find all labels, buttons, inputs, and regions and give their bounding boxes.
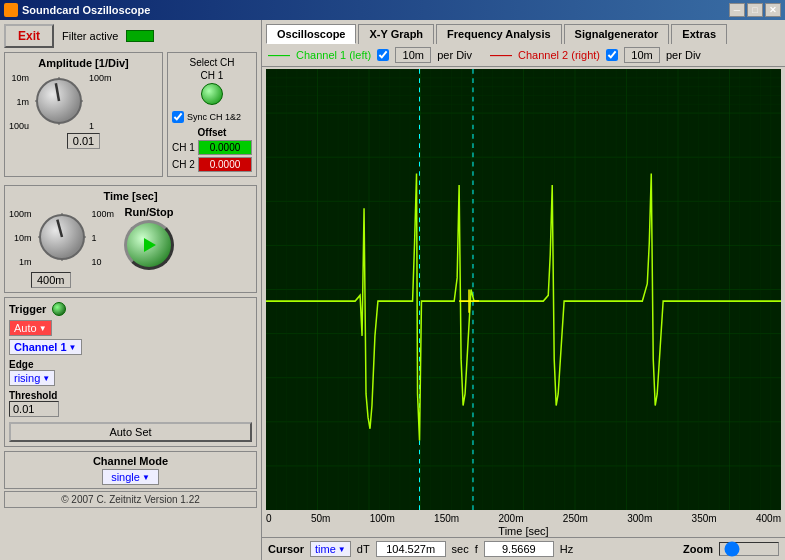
- zoom-slider[interactable]: [719, 542, 779, 556]
- tick-200m: 200m: [498, 513, 523, 524]
- time-scale-right: 100m 1 10: [92, 209, 115, 267]
- edge-arrow: ▼: [42, 374, 50, 383]
- dt-value-display: 104.527m: [376, 541, 446, 557]
- time-right-10: 10: [92, 257, 115, 267]
- time-axis-ticks: 0 50m 100m 150m 200m 250m 300m 350m 400m: [262, 512, 785, 525]
- ch2-offset-label: CH 2: [172, 159, 196, 170]
- ch2-color-bar: ——: [490, 49, 512, 61]
- svg-marker-12: [144, 238, 156, 252]
- trigger-mode-row: Auto ▼: [9, 320, 252, 336]
- filter-label: Filter active: [62, 30, 118, 42]
- ch1-color-bar: ——: [268, 49, 290, 61]
- time-panel: Time [sec] 100m 10m 1m: [4, 185, 257, 293]
- tick-100m: 100m: [370, 513, 395, 524]
- sync-checkbox[interactable]: [172, 111, 184, 123]
- amp-scale-left: 10m 1m 100u: [9, 73, 29, 131]
- tab-xy-graph[interactable]: X-Y Graph: [358, 24, 434, 44]
- trigger-mode-row: Trigger Auto ▼ Channel 1 ▼: [4, 297, 257, 451]
- tick-250m: 250m: [563, 513, 588, 524]
- sync-label: Sync CH 1&2: [187, 112, 241, 122]
- offset-title: Offset: [172, 127, 252, 138]
- left-panel: Exit Filter active Amplitude [1/Div] 10m…: [0, 20, 262, 560]
- time-right-1: 1: [92, 233, 115, 243]
- ch1-per-div-label: per Div: [437, 49, 472, 61]
- threshold-spinbox[interactable]: 0.01: [9, 401, 59, 417]
- edge-row: Edge rising ▼: [9, 358, 252, 386]
- dt-unit: sec: [452, 543, 469, 555]
- edge-button[interactable]: rising ▼: [9, 370, 55, 386]
- trigger-mode-arrow: ▼: [39, 324, 47, 333]
- time-value: 400m: [33, 274, 69, 286]
- trigger-mode-button[interactable]: Auto ▼: [9, 320, 52, 336]
- ch1-per-div-input[interactable]: [395, 47, 431, 63]
- amp-scale-10m: 10m: [9, 73, 29, 83]
- amp-scale-1: 1: [89, 121, 112, 131]
- ch2-offset-input[interactable]: [198, 157, 252, 172]
- cursor-bar: Cursor time ▼ dT 104.527m sec f 9.5669 H…: [262, 537, 785, 560]
- amplitude-panel: Amplitude [1/Div] 10m 1m 100u: [4, 52, 163, 177]
- title-bar: Soundcard Oszilloscope ─ □ ✕: [0, 0, 785, 20]
- edge-label: Edge: [9, 359, 33, 370]
- sync-row: Sync CH 1&2: [172, 111, 252, 123]
- exit-button[interactable]: Exit: [4, 24, 54, 48]
- time-value-spinbox[interactable]: 400m: [31, 272, 71, 288]
- f-unit: Hz: [560, 543, 573, 555]
- app-icon: [4, 3, 18, 17]
- trigger-led: [52, 302, 66, 316]
- amp-scale-1m: 1m: [9, 97, 29, 107]
- time-title: Time [sec]: [9, 190, 252, 202]
- channel-mode-arrow: ▼: [142, 473, 150, 482]
- auto-set-button[interactable]: Auto Set: [9, 422, 252, 442]
- run-stop-title: Run/Stop: [124, 206, 174, 218]
- oscilloscope-display[interactable]: [266, 69, 781, 510]
- time-knob[interactable]: [34, 209, 90, 267]
- tab-signalgenerator[interactable]: Signalgenerator: [564, 24, 670, 44]
- minimize-button[interactable]: ─: [729, 3, 745, 17]
- ch2-per-div-input[interactable]: [624, 47, 660, 63]
- zoom-label: Zoom: [683, 543, 713, 555]
- filter-led: [126, 30, 154, 42]
- ch1-channel-label: Channel 1 (left): [296, 49, 371, 61]
- threshold-label: Threshold: [9, 390, 57, 401]
- trigger-title: Trigger: [9, 303, 46, 315]
- osc-grid-svg: [266, 69, 781, 510]
- tab-bar: Oscilloscope X-Y Graph Frequency Analysi…: [262, 20, 785, 44]
- cursor-type-button[interactable]: time ▼: [310, 541, 351, 557]
- channel-mode-panel: Channel Mode single ▼: [4, 451, 257, 489]
- tab-extras[interactable]: Extras: [671, 24, 727, 44]
- select-ch-panel: Select CH CH 1 Sync CH 1&2 Offset CH 1: [167, 52, 257, 177]
- trigger-channel-row: Channel 1 ▼: [9, 339, 252, 355]
- time-100m: 100m: [9, 209, 32, 219]
- run-stop-button[interactable]: [124, 220, 174, 270]
- tick-350m: 350m: [692, 513, 717, 524]
- ch1-enabled-checkbox[interactable]: [377, 49, 389, 61]
- amp-scale-100m: 100m: [89, 73, 112, 83]
- amplitude-title: Amplitude [1/Div]: [9, 57, 158, 69]
- title-text: Soundcard Oszilloscope: [22, 4, 150, 16]
- channel-settings-row: —— Channel 1 (left) per Div —— Channel 2…: [262, 44, 785, 67]
- tick-0: 0: [266, 513, 272, 524]
- trigger-channel-button[interactable]: Channel 1 ▼: [9, 339, 82, 355]
- tab-oscilloscope[interactable]: Oscilloscope: [266, 24, 356, 44]
- time-1m: 1m: [9, 257, 32, 267]
- amplitude-value-spinbox[interactable]: 0.01: [67, 133, 100, 149]
- ch2-enabled-checkbox[interactable]: [606, 49, 618, 61]
- tick-50m: 50m: [311, 513, 330, 524]
- amplitude-knob[interactable]: [31, 73, 87, 131]
- copyright-text: © 2007 C. Zeitnitz Version 1.22: [4, 491, 257, 508]
- trigger-header: Trigger: [9, 302, 252, 316]
- tab-frequency-analysis[interactable]: Frequency Analysis: [436, 24, 562, 44]
- cursor-type-arrow: ▼: [338, 545, 346, 554]
- channel-mode-button[interactable]: single ▼: [102, 469, 159, 485]
- amp-scale-right: 100m 1: [89, 73, 112, 131]
- f-label: f: [475, 543, 478, 555]
- ch2-offset-row: CH 2: [172, 157, 252, 172]
- maximize-button[interactable]: □: [747, 3, 763, 17]
- threshold-row: Threshold 0.01: [9, 389, 252, 417]
- ch1-offset-input[interactable]: [198, 140, 252, 155]
- run-stop-section: Run/Stop: [124, 206, 174, 270]
- right-panel: Oscilloscope X-Y Graph Frequency Analysi…: [262, 20, 785, 560]
- ch1-offset-label: CH 1: [172, 142, 196, 153]
- main-layout: Exit Filter active Amplitude [1/Div] 10m…: [0, 20, 785, 560]
- close-button[interactable]: ✕: [765, 3, 781, 17]
